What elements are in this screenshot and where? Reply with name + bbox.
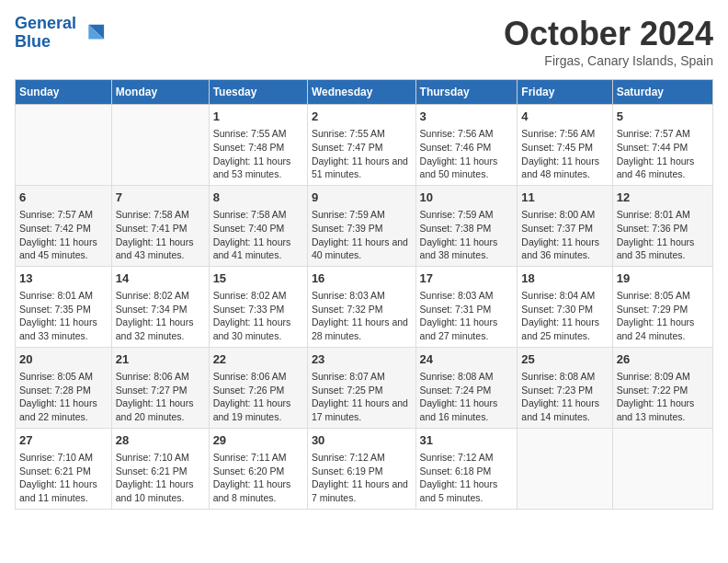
calendar-week-row: 6Sunrise: 7:57 AMSunset: 7:42 PMDaylight… <box>16 185 713 266</box>
calendar-header-row: SundayMondayTuesdayWednesdayThursdayFrid… <box>16 80 713 105</box>
calendar-week-row: 27Sunrise: 7:10 AMSunset: 6:21 PMDayligh… <box>16 428 713 509</box>
day-detail: Sunrise: 8:08 AMSunset: 7:24 PMDaylight:… <box>420 370 514 424</box>
day-number: 31 <box>420 432 514 449</box>
day-number: 22 <box>213 351 303 368</box>
calendar-cell: 1Sunrise: 7:55 AMSunset: 7:48 PMDaylight… <box>209 105 307 186</box>
day-detail: Sunrise: 8:07 AMSunset: 7:25 PMDaylight:… <box>312 370 412 424</box>
calendar-cell: 8Sunrise: 7:58 AMSunset: 7:40 PMDaylight… <box>209 185 307 266</box>
calendar-cell: 16Sunrise: 8:03 AMSunset: 7:32 PMDayligh… <box>307 266 415 347</box>
calendar-cell: 10Sunrise: 7:59 AMSunset: 7:38 PMDayligh… <box>415 185 518 266</box>
day-detail: Sunrise: 7:57 AMSunset: 7:42 PMDaylight:… <box>19 208 108 262</box>
day-number: 27 <box>19 432 108 449</box>
calendar-cell: 27Sunrise: 7:10 AMSunset: 6:21 PMDayligh… <box>16 428 112 509</box>
day-detail: Sunrise: 8:06 AMSunset: 7:27 PMDaylight:… <box>116 370 205 424</box>
col-header-tuesday: Tuesday <box>209 80 307 105</box>
col-header-wednesday: Wednesday <box>307 80 415 105</box>
day-detail: Sunrise: 8:02 AMSunset: 7:34 PMDaylight:… <box>116 289 205 343</box>
day-number: 17 <box>420 270 514 287</box>
day-number: 19 <box>617 270 709 287</box>
col-header-sunday: Sunday <box>16 80 112 105</box>
day-detail: Sunrise: 7:58 AMSunset: 7:40 PMDaylight:… <box>213 208 303 262</box>
day-number: 11 <box>521 190 608 206</box>
day-detail: Sunrise: 7:10 AMSunset: 6:21 PMDaylight:… <box>116 451 205 505</box>
day-number: 18 <box>521 270 608 287</box>
day-number: 9 <box>312 190 412 206</box>
calendar-cell: 4Sunrise: 7:56 AMSunset: 7:45 PMDaylight… <box>518 105 612 186</box>
calendar-cell: 2Sunrise: 7:55 AMSunset: 7:47 PMDaylight… <box>307 105 415 186</box>
day-detail: Sunrise: 7:10 AMSunset: 6:21 PMDaylight:… <box>19 451 108 505</box>
day-detail: Sunrise: 8:05 AMSunset: 7:29 PMDaylight:… <box>617 289 709 343</box>
calendar-cell: 28Sunrise: 7:10 AMSunset: 6:21 PMDayligh… <box>111 428 209 509</box>
day-detail: Sunrise: 7:12 AMSunset: 6:19 PMDaylight:… <box>312 451 412 505</box>
calendar-cell: 24Sunrise: 8:08 AMSunset: 7:24 PMDayligh… <box>415 347 518 428</box>
logo-text: General Blue <box>15 15 76 52</box>
day-number: 20 <box>19 351 108 368</box>
day-detail: Sunrise: 7:59 AMSunset: 7:38 PMDaylight:… <box>420 208 514 262</box>
day-number: 2 <box>312 109 412 125</box>
calendar-cell: 23Sunrise: 8:07 AMSunset: 7:25 PMDayligh… <box>307 347 415 428</box>
calendar-week-row: 1Sunrise: 7:55 AMSunset: 7:48 PMDaylight… <box>16 105 713 186</box>
day-detail: Sunrise: 7:57 AMSunset: 7:44 PMDaylight:… <box>617 127 709 181</box>
day-detail: Sunrise: 8:06 AMSunset: 7:26 PMDaylight:… <box>213 370 303 424</box>
calendar-cell: 11Sunrise: 8:00 AMSunset: 7:37 PMDayligh… <box>518 185 612 266</box>
day-detail: Sunrise: 7:11 AMSunset: 6:20 PMDaylight:… <box>213 451 303 505</box>
calendar-cell <box>111 105 209 186</box>
logo-icon <box>80 20 106 46</box>
col-header-thursday: Thursday <box>415 80 518 105</box>
calendar-cell: 6Sunrise: 7:57 AMSunset: 7:42 PMDaylight… <box>16 185 112 266</box>
calendar-cell: 15Sunrise: 8:02 AMSunset: 7:33 PMDayligh… <box>209 266 307 347</box>
day-number: 30 <box>312 432 412 449</box>
col-header-saturday: Saturday <box>612 80 712 105</box>
day-number: 8 <box>213 190 303 206</box>
calendar-cell <box>518 428 612 509</box>
calendar-cell: 17Sunrise: 8:03 AMSunset: 7:31 PMDayligh… <box>415 266 518 347</box>
calendar-cell: 21Sunrise: 8:06 AMSunset: 7:27 PMDayligh… <box>111 347 209 428</box>
calendar-cell <box>612 428 712 509</box>
calendar-cell: 22Sunrise: 8:06 AMSunset: 7:26 PMDayligh… <box>209 347 307 428</box>
day-number: 10 <box>420 190 514 206</box>
day-detail: Sunrise: 7:58 AMSunset: 7:41 PMDaylight:… <box>116 208 205 262</box>
day-detail: Sunrise: 8:08 AMSunset: 7:23 PMDaylight:… <box>521 370 608 424</box>
day-detail: Sunrise: 7:56 AMSunset: 7:45 PMDaylight:… <box>521 127 608 181</box>
calendar-table: SundayMondayTuesdayWednesdayThursdayFrid… <box>15 79 713 510</box>
day-number: 23 <box>312 351 412 368</box>
calendar-cell: 3Sunrise: 7:56 AMSunset: 7:46 PMDaylight… <box>415 105 518 186</box>
calendar-cell: 7Sunrise: 7:58 AMSunset: 7:41 PMDaylight… <box>111 185 209 266</box>
logo: General Blue <box>15 15 106 52</box>
day-detail: Sunrise: 7:56 AMSunset: 7:46 PMDaylight:… <box>420 127 514 181</box>
calendar-cell: 19Sunrise: 8:05 AMSunset: 7:29 PMDayligh… <box>612 266 712 347</box>
day-detail: Sunrise: 7:59 AMSunset: 7:39 PMDaylight:… <box>312 208 412 262</box>
day-detail: Sunrise: 8:03 AMSunset: 7:31 PMDaylight:… <box>420 289 514 343</box>
day-number: 3 <box>420 109 514 125</box>
day-number: 21 <box>116 351 205 368</box>
calendar-cell: 29Sunrise: 7:11 AMSunset: 6:20 PMDayligh… <box>209 428 307 509</box>
day-number: 4 <box>521 109 608 125</box>
calendar-cell: 18Sunrise: 8:04 AMSunset: 7:30 PMDayligh… <box>518 266 612 347</box>
calendar-cell <box>16 105 112 186</box>
day-number: 6 <box>19 190 108 206</box>
calendar-cell: 20Sunrise: 8:05 AMSunset: 7:28 PMDayligh… <box>16 347 112 428</box>
calendar-cell: 12Sunrise: 8:01 AMSunset: 7:36 PMDayligh… <box>612 185 712 266</box>
col-header-friday: Friday <box>518 80 612 105</box>
page-header: General Blue October 2024 Firgas, Canary… <box>15 15 713 68</box>
calendar-week-row: 13Sunrise: 8:01 AMSunset: 7:35 PMDayligh… <box>16 266 713 347</box>
day-detail: Sunrise: 8:03 AMSunset: 7:32 PMDaylight:… <box>312 289 412 343</box>
day-number: 29 <box>213 432 303 449</box>
day-number: 12 <box>617 190 709 206</box>
calendar-cell: 13Sunrise: 8:01 AMSunset: 7:35 PMDayligh… <box>16 266 112 347</box>
day-detail: Sunrise: 7:55 AMSunset: 7:47 PMDaylight:… <box>312 127 412 181</box>
calendar-cell: 9Sunrise: 7:59 AMSunset: 7:39 PMDaylight… <box>307 185 415 266</box>
day-number: 13 <box>19 270 108 287</box>
day-number: 7 <box>116 190 205 206</box>
calendar-cell: 25Sunrise: 8:08 AMSunset: 7:23 PMDayligh… <box>518 347 612 428</box>
calendar-cell: 14Sunrise: 8:02 AMSunset: 7:34 PMDayligh… <box>111 266 209 347</box>
day-number: 28 <box>116 432 205 449</box>
day-number: 24 <box>420 351 514 368</box>
day-detail: Sunrise: 8:04 AMSunset: 7:30 PMDaylight:… <box>521 289 608 343</box>
day-detail: Sunrise: 8:05 AMSunset: 7:28 PMDaylight:… <box>19 370 108 424</box>
day-detail: Sunrise: 8:09 AMSunset: 7:22 PMDaylight:… <box>617 370 709 424</box>
calendar-cell: 31Sunrise: 7:12 AMSunset: 6:18 PMDayligh… <box>415 428 518 509</box>
day-detail: Sunrise: 8:01 AMSunset: 7:36 PMDaylight:… <box>617 208 709 262</box>
day-detail: Sunrise: 8:01 AMSunset: 7:35 PMDaylight:… <box>19 289 108 343</box>
day-number: 15 <box>213 270 303 287</box>
